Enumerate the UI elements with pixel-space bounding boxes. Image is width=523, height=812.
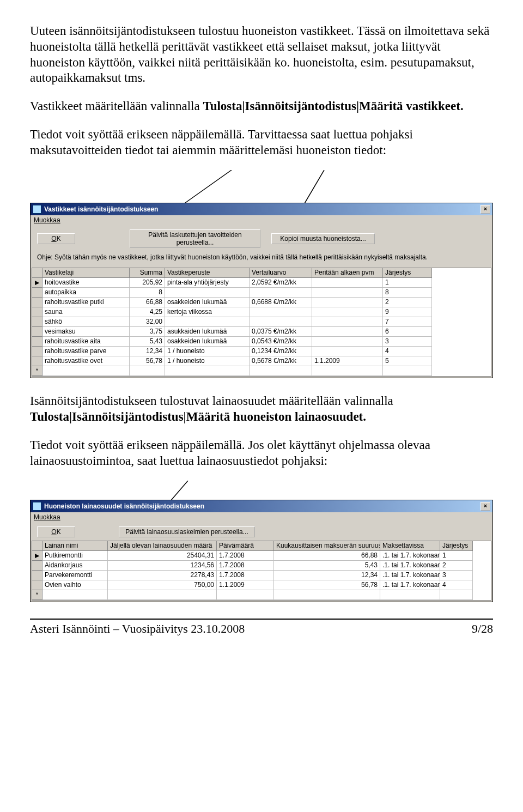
cell[interactable] — [165, 317, 250, 327]
titlebar-2[interactable]: Huoneiston lainaosuudet isännöitsijäntod… — [31, 500, 492, 512]
cell[interactable]: .1. tai 1.7. kokonaan — [380, 551, 440, 561]
table-row[interactable]: sauna4,25kertoja viikossa9 — [32, 307, 491, 317]
grid-lainaosuudet[interactable]: Lainan nimi Jäljellä olevan lainaosuuden… — [32, 541, 491, 601]
cell[interactable]: 3,75 — [130, 327, 165, 337]
close-icon[interactable]: × — [481, 502, 490, 511]
cell[interactable]: 8 — [383, 288, 432, 298]
cell[interactable] — [312, 327, 383, 337]
col-vastikelaji[interactable]: Vastikelaji — [42, 268, 130, 278]
col-maksettavissa[interactable]: Maksettavissa — [380, 541, 440, 551]
titlebar[interactable]: Vastikkeet isännöitsijäntodistukseen × — [31, 203, 492, 215]
cell[interactable]: .1. tai 1.7. kokonaan — [380, 561, 440, 571]
cell[interactable]: 32,00 — [130, 317, 165, 327]
cell[interactable]: 1.1.2009 — [217, 580, 274, 590]
cell[interactable]: rahoitusvastike parve — [42, 347, 130, 356]
cell[interactable]: Putkiremontti — [42, 551, 108, 561]
cell[interactable]: 12,34 — [130, 347, 165, 356]
table-row[interactable]: ▶hoitovastike205,92pinta-ala yhtiöjärjes… — [32, 278, 491, 288]
new-row-2[interactable]: * — [32, 590, 491, 600]
cell[interactable]: 66,88 — [274, 551, 380, 561]
cell[interactable]: 5 — [383, 356, 432, 366]
cell[interactable]: 1 / huoneisto — [165, 356, 250, 366]
cell[interactable]: sähkö — [42, 317, 130, 327]
cell[interactable] — [165, 288, 250, 298]
cell[interactable]: 1.7.2008 — [217, 561, 274, 571]
cell[interactable]: 1 — [440, 551, 473, 561]
cell[interactable]: 25404,31 — [108, 551, 217, 561]
table-row[interactable]: sähkö32,007 — [32, 317, 491, 327]
cell[interactable]: 2 — [440, 561, 473, 571]
grid-vastikkeet[interactable]: Vastikelaji Summa Vastikeperuste Vertail… — [32, 268, 491, 377]
cell[interactable]: 7 — [383, 317, 432, 327]
cell[interactable]: 5,43 — [130, 337, 165, 347]
menu-muokkaa-2[interactable]: Muokkaa — [34, 513, 60, 521]
col-vastikeperuste[interactable]: Vastikeperuste — [165, 268, 250, 278]
cell[interactable]: hoitovastike — [42, 278, 130, 288]
cell[interactable]: 2,0592 €/m2/kk — [250, 278, 312, 288]
cell[interactable] — [312, 347, 383, 356]
cell[interactable]: rahoitusvastike aita — [42, 337, 130, 347]
cell[interactable] — [312, 337, 383, 347]
cell[interactable]: 205,92 — [130, 278, 165, 288]
close-icon[interactable]: × — [481, 205, 490, 214]
cell[interactable]: osakkeiden lukumää — [165, 337, 250, 347]
cell[interactable]: 0,1234 €/m2/kk — [250, 347, 312, 356]
cell[interactable]: 6 — [383, 327, 432, 337]
table-row[interactable]: Aidankorjaus1234,561.7.20085,43.1. tai 1… — [32, 561, 491, 571]
col-peritaan[interactable]: Peritään alkaen pvm — [312, 268, 383, 278]
cell[interactable]: 750,00 — [108, 580, 217, 590]
cell[interactable]: Ovien vaihto — [42, 580, 108, 590]
cell[interactable]: 2278,43 — [108, 571, 217, 580]
cell[interactable]: 0,0375 €/m2/kk — [250, 327, 312, 337]
cell[interactable] — [312, 288, 383, 298]
cell[interactable] — [250, 317, 312, 327]
table-row[interactable]: rahoitusvastike aita5,43osakkeiden lukum… — [32, 337, 491, 347]
cell[interactable]: .1. tai 1.7. kokonaan — [380, 580, 440, 590]
cell[interactable]: 1.1.2009 — [312, 356, 383, 366]
cell[interactable]: Parvekeremontti — [42, 571, 108, 580]
cell[interactable]: .1. tai 1.7. kokonaan — [380, 571, 440, 580]
ok-button-2[interactable]: OK — [37, 526, 75, 537]
cell[interactable]: 56,78 — [274, 580, 380, 590]
col-kuukausi[interactable]: Kuukausittaisen maksuerän suuruus — [274, 541, 380, 551]
cell[interactable] — [312, 317, 383, 327]
table-row[interactable]: ▶Putkiremontti25404,311.7.200866,88.1. t… — [32, 551, 491, 561]
cell[interactable]: 56,78 — [130, 356, 165, 366]
cell[interactable]: 8 — [130, 288, 165, 298]
cell[interactable]: 1 — [383, 278, 432, 288]
cell[interactable]: 66,88 — [130, 298, 165, 307]
col-paivamaara[interactable]: Päivämäärä — [217, 541, 274, 551]
cell[interactable]: 1.7.2008 — [217, 551, 274, 561]
cell[interactable]: rahoitusvastike ovet — [42, 356, 130, 366]
cell[interactable]: 2 — [383, 298, 432, 307]
new-row[interactable]: * — [32, 366, 491, 376]
col-jarjestys[interactable]: Järjestys — [383, 268, 432, 278]
cell[interactable]: 1 / huoneisto — [165, 347, 250, 356]
cell[interactable]: pinta-ala yhtiöjärjesty — [165, 278, 250, 288]
menu-bar-2[interactable]: Muokkaa — [31, 512, 492, 522]
ok-button[interactable]: OK — [37, 233, 75, 244]
cell[interactable]: 4 — [383, 347, 432, 356]
cell[interactable]: 0,6688 €/m2/kk — [250, 298, 312, 307]
cell[interactable] — [250, 307, 312, 317]
cell[interactable]: asukkaiden lukumää — [165, 327, 250, 337]
cell[interactable]: 3 — [383, 337, 432, 347]
table-row[interactable]: rahoitusvastike putki66,88osakkeiden luk… — [32, 298, 491, 307]
cell[interactable]: kertoja viikossa — [165, 307, 250, 317]
cell[interactable]: 1234,56 — [108, 561, 217, 571]
cell[interactable]: 3 — [440, 571, 473, 580]
cell[interactable]: 1.7.2008 — [217, 571, 274, 580]
update-from-loan-calc-button[interactable]: Päivitä lainaosuuslaskelmien perusteella… — [119, 526, 255, 537]
cell[interactable]: Aidankorjaus — [42, 561, 108, 571]
table-row[interactable]: vesimaksu3,75asukkaiden lukumää0,0375 €/… — [32, 327, 491, 337]
cell[interactable]: 0,0543 €/m2/kk — [250, 337, 312, 347]
update-from-targets-button[interactable]: Päivitä laskutettujen tavoitteiden perus… — [130, 229, 260, 248]
cell[interactable]: 12,34 — [274, 571, 380, 580]
col-jaljella[interactable]: Jäljellä olevan lainaosuuden määrä — [108, 541, 217, 551]
cell[interactable]: sauna — [42, 307, 130, 317]
col-vertailuarvo[interactable]: Vertailuarvo — [250, 268, 312, 278]
copy-from-other-button[interactable]: Kopioi muusta huoneistosta... — [271, 233, 375, 244]
cell[interactable]: 0,5678 €/m2/kk — [250, 356, 312, 366]
cell[interactable] — [312, 278, 383, 288]
table-row[interactable]: Ovien vaihto750,001.1.200956,78.1. tai 1… — [32, 580, 491, 590]
